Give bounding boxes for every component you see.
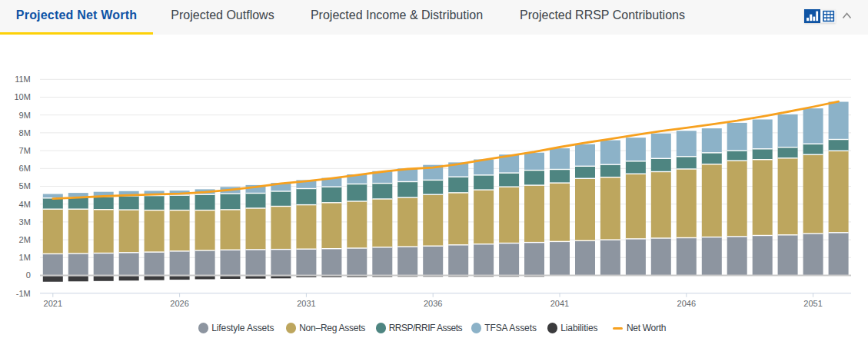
svg-text:11M: 11M — [15, 75, 31, 84]
svg-text:2021: 2021 — [44, 299, 62, 308]
svg-text:2046: 2046 — [677, 299, 696, 308]
svg-text:2051: 2051 — [803, 299, 822, 308]
svg-text:1M: 1M — [19, 253, 31, 262]
svg-text:2041: 2041 — [550, 299, 569, 308]
svg-text:-1M: -1M — [16, 289, 31, 298]
svg-text:2026: 2026 — [170, 299, 188, 308]
svg-text:6M: 6M — [19, 164, 31, 173]
svg-text:2M: 2M — [19, 235, 31, 244]
svg-text:2031: 2031 — [297, 299, 315, 308]
svg-text:10M: 10M — [14, 92, 30, 101]
svg-text:4M: 4M — [19, 200, 31, 209]
svg-text:9M: 9M — [19, 111, 31, 120]
svg-text:2036: 2036 — [424, 299, 442, 308]
svg-text:7M: 7M — [19, 146, 31, 155]
svg-text:8M: 8M — [19, 128, 31, 138]
svg-text:3M: 3M — [19, 217, 31, 227]
svg-text:5M: 5M — [19, 181, 31, 191]
svg-text:0: 0 — [26, 270, 31, 280]
